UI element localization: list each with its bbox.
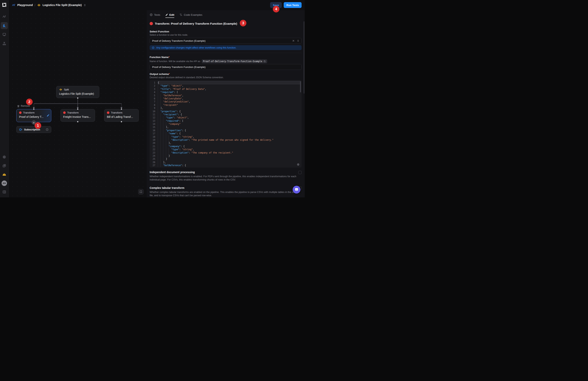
- required-asterisk: *: [169, 56, 170, 59]
- tests-hexagon-icon: [150, 13, 153, 16]
- code-line[interactable]: 25}: [150, 157, 302, 160]
- code-line[interactable]: 19"description": "The printed name of th…: [150, 138, 302, 141]
- code-line[interactable]: 21"company": {: [150, 145, 302, 148]
- section-divider: [150, 53, 302, 53]
- code-line[interactable]: 11"recipient": {: [150, 113, 302, 116]
- fullscreen-button[interactable]: [138, 189, 144, 194]
- chevron-updown-icon[interactable]: [297, 39, 299, 42]
- edit-panel: Tests Edit Code Examples: [147, 10, 305, 197]
- line-content: "bolReference": {: [158, 164, 302, 167]
- independent-processing-checkbox[interactable]: [298, 171, 302, 174]
- port-out[interactable]: [121, 121, 122, 122]
- tab-tests[interactable]: Tests: [150, 12, 160, 18]
- independent-processing-section: Independent document processing Whether …: [150, 171, 302, 181]
- panel-toggle-icon: [2, 190, 6, 194]
- node-transform-freight-invoice[interactable]: Transform Freight Invoice Trans...: [61, 109, 95, 122]
- copy-icon[interactable]: [264, 60, 266, 62]
- label-text: Output schema: [150, 73, 169, 76]
- code-line[interactable]: 13"required": [: [150, 119, 302, 122]
- code-line[interactable]: 18"type": "string",: [150, 135, 302, 138]
- port-in[interactable]: [77, 108, 79, 110]
- remove-button[interactable]: Remove: [17, 105, 30, 107]
- editor-settings-button[interactable]: [297, 163, 300, 166]
- code-line[interactable]: 15],: [150, 126, 302, 129]
- code-line[interactable]: 9],: [150, 107, 302, 110]
- line-number: 4: [150, 91, 158, 94]
- user-avatar[interactable]: AN: [1, 180, 8, 187]
- sidebar-item-playground[interactable]: [1, 22, 8, 29]
- trash-icon: [17, 105, 20, 107]
- split-icon: [37, 3, 41, 7]
- pencil-icon: [165, 13, 168, 16]
- sidebar-item-share[interactable]: [1, 162, 8, 169]
- port-in[interactable]: [121, 108, 122, 110]
- sidebar-item-workflows[interactable]: [1, 13, 8, 20]
- agents-icon: [2, 41, 6, 45]
- tab-code-examples[interactable]: Code Examples: [179, 12, 202, 18]
- code-line[interactable]: 23"description": "The company of the rec…: [150, 151, 302, 154]
- code-line[interactable]: 8"recipient": [150, 103, 302, 107]
- code-line[interactable]: 27"bolReference": {: [150, 164, 302, 167]
- code-line[interactable]: 22"type": "string",: [150, 148, 302, 151]
- sidebar-item-hardhat[interactable]: [1, 171, 8, 178]
- code-line[interactable]: 24}: [150, 154, 302, 157]
- breadcrumb-app[interactable]: Playground: [17, 3, 33, 7]
- code-line[interactable]: 12"type": "object",: [150, 116, 302, 119]
- sidebar-bottom-items: AN: [0, 153, 9, 197]
- line-content: },: [158, 161, 302, 164]
- line-number: 10: [150, 110, 158, 113]
- port-out[interactable]: [77, 121, 79, 122]
- panel-scrollbar-thumb[interactable]: [304, 21, 304, 94]
- sidebar-item-settings[interactable]: [1, 153, 8, 160]
- code-line[interactable]: 6"deliveryDate",: [150, 97, 302, 100]
- breadcrumb: Playground / Logistics File Split (Examp…: [12, 3, 86, 7]
- function-select[interactable]: Proof of Delivery Transform Function (Ex…: [150, 38, 302, 44]
- code-line[interactable]: 7"deliveryCondition",: [150, 100, 302, 103]
- port-in[interactable]: [33, 108, 35, 110]
- function-name-input[interactable]: Proof of Delivery Transform Function (Ex…: [150, 64, 302, 70]
- code-line[interactable]: 14"company": [150, 122, 302, 126]
- node-subscription[interactable]: Subscription: [16, 126, 51, 133]
- line-content: },: [158, 141, 302, 145]
- transform-red-dot-icon: [107, 111, 109, 114]
- line-number: 3: [150, 88, 158, 91]
- sidebar-item-collapse[interactable]: [1, 189, 8, 195]
- api-name-chip: Proof-of-Delivery-Transform-Function-Exa…: [202, 59, 267, 63]
- code-line[interactable]: 17"name": {: [150, 132, 302, 135]
- annotation-badge-1: 1: [35, 122, 41, 129]
- breadcrumb-workflow[interactable]: Logistics File Split (Example): [42, 3, 82, 7]
- edit-node-button[interactable]: [47, 114, 50, 117]
- sort-chevrons-icon[interactable]: [83, 4, 86, 7]
- workflow-wave-icon: [2, 15, 6, 19]
- run-tests-button[interactable]: Run Tests: [284, 2, 302, 8]
- code-line[interactable]: 5"bolReference",: [150, 94, 302, 97]
- line-content: "deliveryDate",: [158, 97, 302, 100]
- node-type-label: Split: [64, 88, 69, 91]
- app-logo[interactable]: [0, 0, 9, 10]
- editor-scrollbar-thumb[interactable]: [300, 81, 301, 92]
- sidebar-item-agents[interactable]: [1, 40, 8, 47]
- code-line[interactable]: 10"properties": {: [150, 110, 302, 113]
- clear-x-icon[interactable]: [292, 39, 295, 42]
- node-split[interactable]: Split Logistics File Split (Example): [56, 86, 99, 98]
- info-icon[interactable]: [46, 128, 49, 131]
- code-line[interactable]: 20},: [150, 141, 302, 145]
- code-line[interactable]: 1{: [150, 81, 302, 84]
- code-line[interactable]: 2"type": "object",: [150, 84, 302, 87]
- tab-edit[interactable]: Edit: [165, 12, 174, 18]
- node-transform-bill-of-lading[interactable]: Transform Bill of Lading Transf...: [104, 109, 139, 122]
- chat-launcher-button[interactable]: [293, 186, 300, 193]
- code-line[interactable]: 26},: [150, 161, 302, 164]
- line-number: 19: [150, 138, 158, 141]
- line-number: 14: [150, 122, 158, 126]
- code-line[interactable]: 4"required": [: [150, 91, 302, 94]
- node-transform-proof-of-delivery[interactable]: Transform Proof of Delivery T...: [16, 109, 51, 122]
- sidebar-item-monitor[interactable]: [1, 31, 8, 38]
- line-number: 2: [150, 84, 158, 87]
- port-split-out[interactable]: [77, 97, 79, 99]
- code-line[interactable]: 3"title": "Proof of Delivery Data",: [150, 88, 302, 91]
- checkbox-label: Independent document processing: [150, 171, 298, 174]
- schema-code-editor[interactable]: 1{2"type": "object",3"title": "Proof of …: [150, 80, 302, 168]
- line-content: "type": "string",: [158, 148, 302, 151]
- code-line[interactable]: 16"properties": {: [150, 129, 302, 132]
